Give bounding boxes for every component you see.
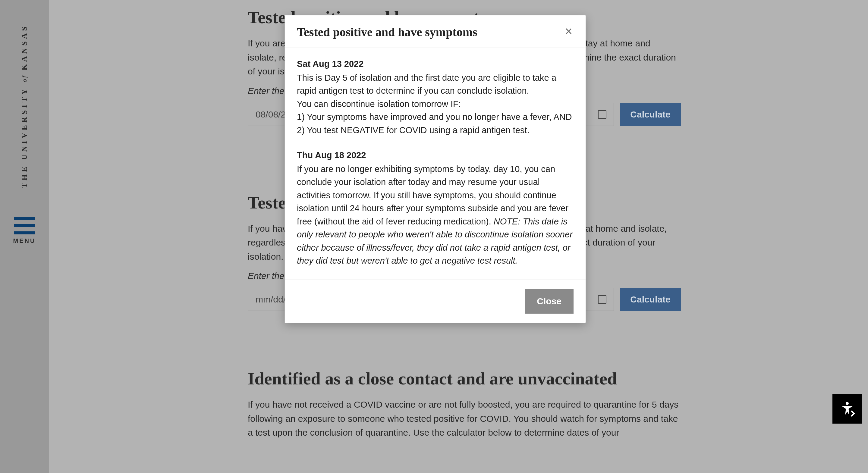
modal-body: Sat Aug 13 2022 This is Day 5 of isolati… (285, 48, 586, 280)
accessibility-widget-button[interactable] (832, 394, 862, 423)
modal-block1-line4: 2) You test NEGATIVE for COVID using a r… (297, 125, 530, 135)
modal-block1-line2: You can discontinue isolation tomorrow I… (297, 99, 461, 109)
modal-block1-line3: 1) Your symptoms have improved and you n… (297, 112, 572, 122)
modal-close-button[interactable]: Close (525, 289, 574, 314)
modal-block-1: Sat Aug 13 2022 This is Day 5 of isolati… (297, 58, 574, 137)
modal-title: Tested positive and have symptoms (297, 25, 477, 39)
modal-close-x-button[interactable]: × (564, 25, 574, 38)
modal-block2-date: Thu Aug 18 2022 (297, 149, 574, 162)
modal-header: Tested positive and have symptoms × (285, 15, 586, 48)
isolation-result-modal: Tested positive and have symptoms × Sat … (284, 15, 586, 323)
svg-point-0 (846, 402, 849, 405)
modal-footer: Close (285, 280, 586, 323)
accessibility-icon (839, 401, 855, 417)
modal-block1-date: Sat Aug 13 2022 (297, 58, 574, 71)
modal-block-2: Thu Aug 18 2022 If you are no longer exh… (297, 149, 574, 267)
modal-block1-line1: This is Day 5 of isolation and the first… (297, 73, 556, 96)
